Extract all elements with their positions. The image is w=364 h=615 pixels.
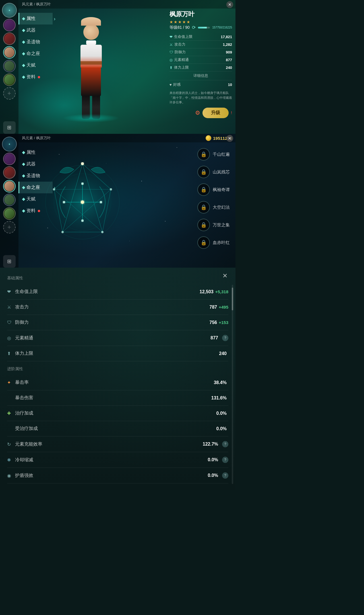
character-nav-2: 属性 武器 圣遗物 命之座 › 天赋 资料 (18, 142, 53, 221)
constellation-name-c4: 大空幻法 (213, 205, 230, 210)
nav2-item-ziliao[interactable]: 资料 (18, 205, 53, 217)
close-button-2[interactable]: ✕ (226, 135, 233, 142)
nav-item-shuxing[interactable]: 属性 › (18, 13, 53, 24)
sidebar-avatar-2[interactable] (3, 32, 16, 45)
em-icon: ◎ (169, 58, 173, 62)
detail-info-button[interactable]: 详细信息 (169, 71, 232, 80)
stats-hp-bonus: +5,318 (215, 289, 228, 294)
svg-point-16 (81, 183, 84, 185)
stats-er-label: 元素充能效率 (15, 441, 203, 447)
nav-item-mingzizuo[interactable]: 命之座 (18, 48, 53, 60)
constellation-item-c3[interactable]: 🔒 枫袖奇谭 (197, 183, 230, 196)
character-level-row: 等级81 / 90 ⟳ 157750/216225 (169, 25, 232, 30)
sidebar-avatar-4[interactable] (3, 60, 16, 72)
stats-er-help[interactable]: ? (222, 441, 228, 447)
svg-point-15 (81, 200, 84, 204)
stats-incoming-heal-label: 受治疗加成 (15, 426, 216, 432)
nav-diamond-icon (22, 64, 25, 67)
constellation-item-c6[interactable]: 🔒 血赤叶红 (197, 236, 230, 249)
nav2-item-shengyiwu[interactable]: 圣遗物 (18, 170, 53, 182)
nav-diamond-icon (22, 17, 25, 20)
nav-item-wuqi[interactable]: 武器 (18, 24, 53, 36)
close-button[interactable]: ✕ (226, 1, 233, 8)
upgrade-button[interactable]: 升级 (202, 108, 229, 118)
stat-em-value: 877 (226, 58, 232, 62)
exp-icon: ⟳ (192, 25, 196, 30)
exp-text: 157750/216225 (212, 26, 232, 29)
constellation-lock-c6: 🔒 (197, 236, 210, 249)
nav-badge-icon (38, 76, 40, 78)
nav-item-shengyiwu[interactable]: 圣遗物 (18, 36, 53, 48)
sidebar-avatar-1[interactable] (3, 19, 16, 31)
sidebar-grid-button[interactable]: ⊞ (3, 121, 16, 134)
stats-row-critrate: ✦ 暴击率 38.4% (7, 375, 228, 390)
character-nav: 属性 › 武器 圣遗物 命之座 天赋 资料 (18, 9, 53, 87)
constellation-lock-c5: 🔒 (197, 219, 210, 231)
nav2-item-shuxing[interactable]: 属性 (18, 147, 53, 158)
upgrade-right-icon: ! (231, 110, 232, 115)
constellation-lock-c4: 🔒 (197, 201, 210, 214)
stats-cdr-help[interactable]: ? (222, 457, 228, 463)
constellation-item-c2[interactable]: 🔒 山岚残芯 (197, 166, 230, 178)
stats-atk-bonus: +495 (219, 305, 228, 309)
sidebar2-grid-button[interactable]: ⊞ (3, 255, 16, 268)
nav2-item-tiancai[interactable]: 天赋 (18, 193, 53, 205)
constellation-item-c5[interactable]: 🔒 万世之集 (197, 219, 230, 231)
nav-diamond-icon (22, 163, 25, 166)
sidebar-avatar-6[interactable]: + (3, 87, 16, 100)
stats-atk-icon: ⚔ (7, 304, 15, 310)
sidebar-2: ✦ + ⊞ (0, 134, 18, 268)
stats-def-label: 防御力 (15, 319, 210, 325)
sidebar-avatar-3[interactable] (3, 46, 16, 59)
close-stats-button[interactable]: ✕ (222, 272, 230, 280)
stats-def-bonus: +153 (219, 320, 228, 325)
constellation-item-c4[interactable]: 🔒 大空幻法 (197, 201, 230, 214)
sidebar2-avatar-4[interactable] (3, 194, 16, 206)
nav-arrow-icon: › (54, 16, 55, 22)
sidebar2-avatar-2[interactable] (3, 166, 16, 179)
favor-heart-icon: ♥ (169, 83, 172, 87)
sidebar-avatar-5[interactable] (3, 73, 16, 86)
constellation-name-c5: 万世之集 (213, 222, 230, 228)
stats-row-critdmg: 暴击伤害 131.6% (7, 390, 228, 406)
sidebar2-avatar-1[interactable] (3, 153, 16, 165)
constellation-item-c1[interactable]: 🔒 千山红遍 (197, 148, 230, 161)
nav2-item-mingzizuo[interactable]: 命之座 › (18, 182, 53, 193)
stats-critrate-icon: ✦ (7, 380, 15, 385)
stats-row-atk: ⚔ 攻击力 787 +495 (7, 300, 228, 315)
stats-shield-value: 0.0% (208, 473, 218, 478)
nav-item-ziliao[interactable]: 资料 (18, 71, 53, 83)
sidebar2-avatar-5[interactable] (3, 207, 16, 220)
nav-item-tiancai[interactable]: 天赋 (18, 60, 53, 71)
def-icon: 🛡 (169, 50, 173, 54)
stat-atk-label: ⚔ 攻击力 (169, 42, 185, 47)
stats-content: 基础属性 ❤ 生命值上限 12,503 +5,318 ⚔ 攻击力 787 +49… (0, 268, 235, 489)
breadcrumb: 风元素 / 枫原万叶 (22, 2, 51, 7)
section-title-advanced: 进阶属性 (7, 364, 228, 374)
stats-shield-icon: ◉ (7, 473, 15, 478)
stat-row-def: 🛡 防御力 909 (169, 48, 232, 56)
character-stars: ★★★★★ (169, 20, 232, 24)
favor-value: 10 (228, 83, 232, 87)
stat-hp-value: 17,821 (221, 35, 232, 39)
stats-atk-base: 787 (210, 305, 217, 310)
stats-atk-label: 攻击力 (15, 304, 210, 310)
stats-em-help[interactable]: ? (222, 335, 228, 341)
constellation-name-c1: 千山红遍 (213, 152, 230, 157)
stats-def-base: 756 (210, 320, 217, 325)
top-bar: 风元素 / 枫原万叶 ✕ (18, 0, 235, 9)
favor-row: ♥ 好感 10 (169, 80, 232, 89)
sidebar2-avatar-3[interactable] (3, 180, 16, 192)
sidebar-avatar-main[interactable]: ✦ (2, 3, 17, 18)
stats-cdr-icon: ❄ (7, 457, 15, 463)
stats-shield-help[interactable]: ? (222, 472, 228, 479)
gold-coin-icon (206, 135, 211, 141)
stat-def-label: 🛡 防御力 (169, 50, 186, 55)
sidebar2-avatar-6[interactable]: + (3, 221, 16, 233)
section-title-basic: 基础属性 (7, 273, 228, 283)
stats-critdmg-label: 暴击伤害 (15, 395, 211, 401)
stats-row-healing: ✚ 治疗加成 0.0% (7, 406, 228, 421)
stats-row-em: ◎ 元素精通 877 ? (7, 330, 228, 346)
sidebar2-avatar-main[interactable]: ✦ (2, 137, 17, 151)
nav2-item-wuqi[interactable]: 武器 (18, 158, 53, 170)
